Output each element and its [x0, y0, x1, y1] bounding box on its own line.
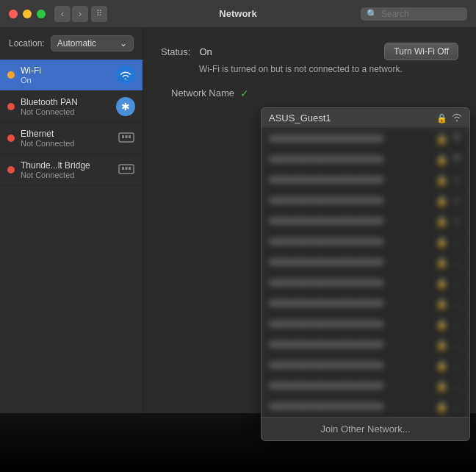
dropdown-item-name: XXXXXXXXXXXXXXXXXX — [269, 174, 432, 185]
network-info-tb: Thunde...lt Bridge Not Connected — [21, 160, 112, 179]
dropdown-item-name: XXXXXXXXXXXXXXXXXX — [269, 236, 432, 247]
sidebar: Location: Automatic ⌄ Wi-Fi On — [0, 28, 143, 472]
status-label: Status: — [161, 46, 190, 57]
list-item[interactable]: Bluetooth PAN Not Connected ✱ — [0, 91, 143, 123]
lock-icon: 🔒 — [436, 298, 447, 309]
dropdown-item-name: XXXXXXXXXXXXXXXXXX — [269, 401, 432, 412]
wifi-signal-icon — [452, 277, 462, 288]
search-box[interactable]: 🔍 — [361, 7, 467, 21]
network-info-wifi: Wi-Fi On — [21, 65, 110, 85]
dropdown-item[interactable]: XXXXXXXXXXXXXXXXXX 🔒 — [262, 355, 469, 376]
dropdown-item[interactable]: XXXXXXXXXXXXXXXXXX 🔒 — [262, 314, 469, 335]
wifi-icon — [116, 65, 135, 85]
dropdown-item[interactable]: XXXXXXXXXXXXXXXXXX 🔒 — [262, 232, 469, 252]
dropdown-item[interactable]: XXXXXXXXXXXXXXXXXX 🔒 — [262, 273, 469, 293]
close-button[interactable] — [9, 10, 18, 18]
network-info-eth: Ethernet Not Connected — [21, 129, 112, 148]
dropdown-item[interactable]: XXXXXXXXXXXXXXXXXX 🔒 — [262, 190, 469, 211]
lock-icon: 🔒 — [436, 237, 447, 247]
network-info-bt: Bluetooth PAN Not Connected — [21, 97, 110, 116]
svg-rect-1 — [122, 135, 124, 138]
location-value: Automatic — [57, 38, 96, 49]
status-description: Wi-Fi is turned on but is not connected … — [199, 63, 458, 76]
location-dropdown[interactable]: Automatic ⌄ — [51, 35, 134, 51]
location-bar: Location: Automatic ⌄ — [0, 28, 143, 60]
search-input[interactable] — [381, 9, 461, 19]
bluetooth-icon: ✱ — [116, 97, 135, 116]
wifi-signal-icon — [452, 195, 462, 206]
network-status-eth: Not Connected — [21, 139, 112, 148]
dropdown-item-name: XXXXXXXXXXXXXXXXXX — [269, 215, 432, 226]
status-row: Status: On Turn Wi-Fi Off — [161, 43, 458, 60]
lock-icon: 🔒 — [436, 216, 447, 226]
network-status-wifi: On — [21, 76, 110, 85]
network-name-bt: Bluetooth PAN — [21, 97, 110, 107]
lock-icon: 🔒 — [436, 113, 447, 124]
minimize-button[interactable] — [23, 10, 32, 18]
dropdown-item-name: XXXXXXXXXXXXXXXXXX — [269, 133, 432, 144]
dropdown-item-name: XXXXXXXXXXXXXXXXXX — [269, 277, 432, 288]
status-dot-tb — [7, 166, 15, 174]
back-button[interactable]: ‹ — [54, 6, 71, 22]
network-name-tb: Thunde...lt Bridge — [21, 160, 112, 171]
svg-rect-2 — [126, 135, 128, 138]
network-list: Wi-Fi On Bluetooth PAN Not Connected — [0, 60, 143, 446]
network-status-bt: Not Connected — [21, 107, 110, 116]
title-bar: ‹ › ⠿ Network 🔍 — [0, 0, 476, 28]
wifi-signal-icon — [452, 154, 462, 165]
network-name-eth: Ethernet — [21, 129, 112, 139]
traffic-lights — [9, 10, 46, 18]
dropdown-item[interactable]: XXXXXXXXXXXXXXXXXX 🔒 — [262, 293, 469, 314]
search-icon: 🔍 — [367, 9, 378, 19]
nav-buttons: ‹ › — [54, 6, 88, 22]
list-item[interactable]: Thunde...lt Bridge Not Connected — [0, 154, 143, 186]
lock-icon: 🔒 — [436, 154, 447, 165]
dropdown-item-name: XXXXXXXXXXXXXXXXXX — [269, 298, 432, 309]
dropdown-item[interactable]: XXXXXXXXXXXXXXXXXX 🔒 — [262, 211, 469, 232]
location-label: Location: — [9, 38, 45, 49]
main-content: Location: Automatic ⌄ Wi-Fi On — [0, 28, 476, 472]
dropdown-item[interactable]: XXXXXXXXXXXXXXXXXX 🔒 — [262, 252, 469, 273]
status-dot-eth — [7, 135, 15, 142]
lock-icon: 🔒 — [436, 360, 447, 371]
dropdown-item[interactable]: XXXXXXXXXXXXXXXXXX 🔒 — [262, 396, 469, 417]
wifi-signal-icon — [452, 257, 462, 268]
turn-wifi-off-button[interactable]: Turn Wi-Fi Off — [384, 43, 458, 60]
forward-button[interactable]: › — [72, 6, 88, 22]
dropdown-list[interactable]: ASUS_Guest1 🔒 XXXXXXXXXXXXXXXXXX — [262, 108, 469, 417]
wifi-signal-icon — [452, 380, 462, 391]
right-panel: Status: On Turn Wi-Fi Off Wi-Fi is turne… — [143, 28, 476, 472]
svg-rect-7 — [129, 167, 131, 170]
list-item[interactable]: Ethernet Not Connected — [0, 123, 143, 154]
svg-rect-5 — [122, 167, 124, 170]
dropdown-item-name: XXXXXXXXXXXXXXXXXX — [269, 318, 432, 329]
lock-icon: 🔒 — [436, 319, 447, 329]
lock-icon: 🔒 — [436, 134, 447, 144]
network-dropdown: ASUS_Guest1 🔒 XXXXXXXXXXXXXXXXXX — [261, 107, 470, 441]
list-item[interactable]: Wi-Fi On — [0, 60, 143, 91]
lock-icon: 🔒 — [436, 278, 447, 288]
maximize-button[interactable] — [37, 10, 46, 18]
status-value: On — [199, 46, 212, 57]
lock-icon: 🔒 — [436, 401, 447, 412]
dropdown-item-name: ASUS_Guest1 — [269, 112, 432, 124]
join-other-network-button[interactable]: Join Other Network... — [262, 417, 469, 440]
dropdown-item-name: XXXXXXXXXXXXXXXXXX — [269, 257, 432, 268]
wifi-signal-icon — [452, 298, 462, 309]
dropdown-item[interactable]: ASUS_Guest1 🔒 — [262, 108, 469, 129]
dropdown-item[interactable]: XXXXXXXXXXXXXXXXXX 🔒 — [262, 335, 469, 355]
dropdown-item-name: XXXXXXXXXXXXXXXXXX — [269, 380, 432, 391]
dropdown-item[interactable]: XXXXXXXXXXXXXXXXXX 🔒 — [262, 376, 469, 396]
dropdown-item[interactable]: XXXXXXXXXXXXXXXXXX 🔒 — [262, 129, 469, 149]
dropdown-item[interactable]: XXXXXXXXXXXXXXXXXX 🔒 — [262, 170, 469, 190]
wifi-signal-icon — [452, 360, 462, 371]
dropdown-item[interactable]: XXXXXXXXXXXXXXXXXX 🔒 — [262, 149, 469, 170]
grid-button[interactable]: ⠿ — [91, 6, 107, 22]
wifi-signal-icon — [452, 133, 462, 144]
ethernet-icon — [118, 130, 135, 146]
network-name-row: Network Name ✓ — [161, 87, 458, 99]
svg-rect-3 — [129, 135, 131, 138]
wifi-signal-icon — [452, 401, 462, 412]
lock-icon: 🔒 — [436, 381, 447, 391]
network-status-tb: Not Connected — [21, 171, 112, 179]
